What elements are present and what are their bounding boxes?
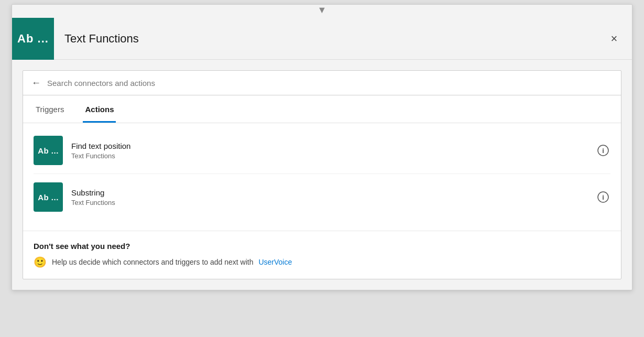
action-item-substring[interactable]: Ab ... Substring Text Functions i [34,174,610,220]
smiley-icon: 🙂 [34,256,47,268]
back-button[interactable]: ← [31,78,41,88]
svg-text:i: i [602,147,604,155]
header-icon: Ab ... [12,18,54,60]
action-info-find-text: Find text position Text Functions [71,142,587,160]
svg-text:i: i [602,193,604,201]
action-icon-substring: Ab ... [34,182,63,212]
info-icon-find-text[interactable]: i [596,143,610,158]
info-icon-substring[interactable]: i [596,190,610,204]
tab-triggers[interactable]: Triggers [34,95,66,123]
tab-actions[interactable]: Actions [83,95,116,123]
search-bar: ← [23,71,621,95]
search-input[interactable] [47,79,613,88]
action-item-find-text-position[interactable]: Ab ... Find text position Text Functions… [34,127,610,174]
footer-description-text: Help us decide which connectors and trig… [52,258,253,266]
panel-body: ← Triggers Actions Ab ... Find text posi… [23,70,621,279]
footer-title: Don't see what you need? [34,242,610,251]
action-name-substring: Substring [71,188,587,197]
action-name-find-text: Find text position [71,142,587,150]
main-panel: ▼ Ab ... Text Functions × ← Triggers Act… [12,4,632,290]
chevron-down-icon: ▼ [318,5,327,16]
action-category-substring: Text Functions [71,199,587,206]
footer-section: Don't see what you need? 🙂 Help us decid… [23,231,621,279]
footer-description: 🙂 Help us decide which connectors and tr… [34,256,610,268]
panel-header: Ab ... Text Functions × [12,18,632,60]
action-icon-find-text: Ab ... [34,136,63,165]
uservoice-link[interactable]: UserVoice [258,258,292,266]
panel-title: Text Functions [54,32,605,46]
actions-list: Ab ... Find text position Text Functions… [23,123,621,231]
header-icon-text: Ab ... [17,32,49,46]
action-info-substring: Substring Text Functions [71,188,587,206]
action-category-find-text: Text Functions [71,152,587,160]
tabs-row: Triggers Actions [23,95,621,123]
action-icon-text-find-text: Ab ... [38,146,59,155]
top-arrow-indicator: ▼ [12,5,632,16]
close-button[interactable]: × [605,29,624,48]
action-icon-text-substring: Ab ... [38,193,59,202]
